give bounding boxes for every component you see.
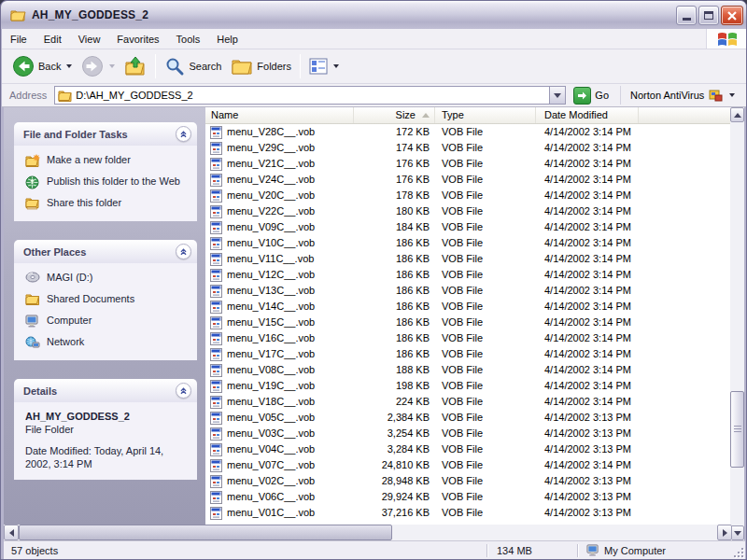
toolbar-separator xyxy=(155,54,156,78)
table-row[interactable]: menu_V19C__.vob 198 KB VOB File 4/14/200… xyxy=(205,378,732,394)
vertical-scrollbar-thumb[interactable] xyxy=(730,391,744,468)
standard-buttons-toolbar: Back Search Folders xyxy=(2,49,747,84)
menu-help[interactable]: Help xyxy=(208,31,247,48)
scroll-left-button[interactable] xyxy=(4,525,19,540)
table-row[interactable]: menu_V02C__.vob 28,948 KB VOB File 4/14/… xyxy=(205,473,732,489)
file-type: VOB File xyxy=(435,457,536,473)
column-header-size[interactable]: Size xyxy=(354,107,435,123)
resize-grip[interactable] xyxy=(731,545,743,557)
table-row[interactable]: menu_V08C__.vob 188 KB VOB File 4/14/200… xyxy=(205,362,732,378)
norton-label: Norton AntiVirus xyxy=(630,90,704,101)
file-size: 186 KB xyxy=(354,267,435,283)
file-type: VOB File xyxy=(435,124,536,140)
table-row[interactable]: menu_V20C__.vob 178 KB VOB File 4/14/200… xyxy=(205,188,732,203)
place-link-network[interactable]: Network xyxy=(25,336,190,349)
place-link-magi-d[interactable]: MAGI (D:) xyxy=(25,272,190,285)
make-new-folder-link[interactable]: Make a new folder xyxy=(25,154,190,167)
table-row[interactable]: menu_V29C__.vob 174 KB VOB File 4/14/200… xyxy=(205,140,732,156)
column-header-name[interactable]: Name xyxy=(205,107,354,123)
back-dropdown-icon xyxy=(66,64,72,68)
menu-tools[interactable]: Tools xyxy=(168,31,209,48)
file-name: menu_V11C__.vob xyxy=(227,251,314,267)
file-type: VOB File xyxy=(435,426,536,441)
table-row[interactable]: menu_V17C__.vob 186 KB VOB File 4/14/200… xyxy=(205,346,732,362)
column-header-type[interactable]: Type xyxy=(435,107,536,123)
vob-file-icon xyxy=(210,427,222,441)
share-folder-link[interactable]: Share this folder xyxy=(25,197,190,210)
table-row[interactable]: menu_V09C__.vob 184 KB VOB File 4/14/200… xyxy=(205,219,732,235)
file-name: menu_V12C__.vob xyxy=(227,267,315,283)
forward-button[interactable] xyxy=(77,51,120,81)
place-link-computer[interactable]: Computer xyxy=(25,315,190,328)
table-row[interactable]: menu_V05C__.vob 2,384 KB VOB File 4/14/2… xyxy=(205,410,732,426)
menu-file[interactable]: File xyxy=(2,31,35,48)
search-button[interactable]: Search xyxy=(160,52,226,80)
maximize-button[interactable] xyxy=(698,6,719,25)
publish-folder-link[interactable]: Publish this folder to the Web xyxy=(25,175,190,189)
file-date-modified: 4/14/2002 3:14 PM xyxy=(536,315,639,330)
forward-dropdown-icon xyxy=(109,64,115,68)
menu-view[interactable]: View xyxy=(70,31,109,48)
file-name: menu_V04C__.vob xyxy=(227,441,315,457)
table-row[interactable]: menu_V22C__.vob 180 KB VOB File 4/14/200… xyxy=(205,203,732,219)
up-button[interactable] xyxy=(120,52,151,80)
vob-file-icon xyxy=(210,475,222,488)
table-row[interactable]: menu_V12C__.vob 186 KB VOB File 4/14/200… xyxy=(205,267,732,283)
table-row[interactable]: menu_V13C__.vob 186 KB VOB File 4/14/200… xyxy=(205,283,732,299)
norton-antivirus-menu[interactable]: Norton AntiVirus xyxy=(620,86,735,105)
place-label: Computer xyxy=(47,315,92,327)
vertical-scrollbar[interactable] xyxy=(730,107,744,540)
collapse-button[interactable] xyxy=(176,126,191,142)
place-link-shared-documents[interactable]: Shared Documents xyxy=(25,293,190,306)
go-button[interactable] xyxy=(573,87,591,105)
panel-title: Details xyxy=(23,385,57,397)
details-panel: Details AH_MY_GODDESS_2 File Folder Date… xyxy=(14,379,197,480)
scroll-up-button[interactable] xyxy=(730,107,744,122)
back-button[interactable]: Back xyxy=(7,51,77,81)
column-header-date-modified[interactable]: Date Modified xyxy=(536,107,639,123)
file-type: VOB File xyxy=(435,346,536,362)
table-row[interactable]: menu_V15C__.vob 186 KB VOB File 4/14/200… xyxy=(205,315,732,330)
arrow-left-icon xyxy=(9,529,14,537)
details-header[interactable]: Details xyxy=(14,379,197,402)
table-row[interactable]: menu_V07C__.vob 24,810 KB VOB File 4/14/… xyxy=(205,457,732,473)
scroll-down-button[interactable] xyxy=(730,525,744,540)
table-row[interactable]: menu_V10C__.vob 186 KB VOB File 4/14/200… xyxy=(205,235,732,251)
collapse-button[interactable] xyxy=(176,244,191,259)
table-row[interactable]: menu_V18C__.vob 224 KB VOB File 4/14/200… xyxy=(205,394,732,410)
table-row[interactable]: menu_V16C__.vob 186 KB VOB File 4/14/200… xyxy=(205,330,732,346)
views-button[interactable] xyxy=(304,54,344,78)
title-bar[interactable]: AH_MY_GODDESS_2 xyxy=(1,1,747,29)
menu-edit[interactable]: Edit xyxy=(35,31,70,48)
folders-button[interactable]: Folders xyxy=(226,53,296,79)
collapse-button[interactable] xyxy=(176,383,191,399)
horizontal-scrollbar-thumb[interactable] xyxy=(19,525,392,540)
vob-file-icon xyxy=(210,491,222,504)
status-divider xyxy=(577,544,578,557)
table-row[interactable]: menu_V11C__.vob 186 KB VOB File 4/14/200… xyxy=(205,251,732,267)
table-row[interactable]: menu_V06C__.vob 29,924 KB VOB File 4/14/… xyxy=(205,489,732,505)
scroll-right-button[interactable] xyxy=(717,525,732,540)
close-button[interactable] xyxy=(721,6,743,25)
table-row[interactable]: menu_V14C__.vob 186 KB VOB File 4/14/200… xyxy=(205,299,732,315)
file-name: menu_V14C__.vob xyxy=(227,299,315,315)
table-row[interactable]: menu_V01C__.vob 37,216 KB VOB File 4/14/… xyxy=(205,505,732,521)
vob-file-icon xyxy=(210,285,222,298)
address-combobox[interactable]: D:\AH_MY_GODDESS_2 xyxy=(54,86,566,105)
file-name: menu_V09C__.vob xyxy=(227,219,315,235)
table-row[interactable]: menu_V04C__.vob 3,284 KB VOB File 4/14/2… xyxy=(205,441,732,457)
file-size: 178 KB xyxy=(354,188,435,203)
table-row[interactable]: menu_V03C__.vob 3,254 KB VOB File 4/14/2… xyxy=(205,426,732,441)
file-size: 176 KB xyxy=(354,172,435,188)
table-row[interactable]: menu_V24C__.vob 176 KB VOB File 4/14/200… xyxy=(205,172,732,188)
menu-favorites[interactable]: Favorites xyxy=(108,31,167,48)
file-folder-tasks-header[interactable]: File and Folder Tasks xyxy=(14,122,197,146)
table-row[interactable]: menu_V28C__.vob 172 KB VOB File 4/14/200… xyxy=(205,124,732,140)
address-dropdown-button[interactable] xyxy=(549,87,565,104)
horizontal-scrollbar[interactable] xyxy=(4,525,732,540)
other-places-header[interactable]: Other Places xyxy=(14,240,197,263)
minimize-button[interactable] xyxy=(676,6,697,25)
details-folder-type: File Folder xyxy=(25,424,190,435)
vob-file-icon xyxy=(210,142,222,155)
table-row[interactable]: menu_V21C__.vob 176 KB VOB File 4/14/200… xyxy=(205,156,732,172)
